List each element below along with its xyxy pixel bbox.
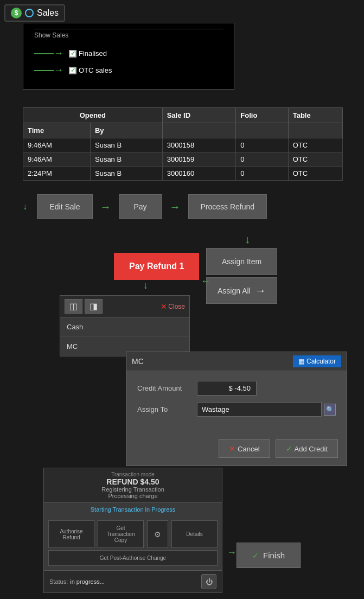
add-credit-label: Add Credit (295, 445, 328, 453)
transaction-in-progress: Starting Transaction in Progress (44, 503, 222, 516)
close-label: Close (168, 303, 185, 310)
cell-by: Susan B (90, 167, 162, 181)
assign-all-arrow-icon: → (255, 284, 266, 297)
status-area: Status: in progress... (49, 578, 105, 585)
close-x-icon: ✕ (161, 302, 167, 311)
col-time: Time (23, 123, 91, 138)
col-folio-sub (236, 123, 288, 138)
assign-to-payrefund-arrow: ← (201, 276, 210, 287)
cell-sale-id: 3000160 (162, 167, 236, 181)
sales-table-wrap: Opened Sale ID Folio Table Time By 9:46A… (23, 107, 343, 181)
workflow-connector-1: ↓ (23, 202, 29, 212)
transaction-status: Status: in progress... ⏻ (44, 570, 222, 592)
mc-dialog-header: MC ▦ Calculator (126, 352, 347, 371)
mc-dialog-title: MC (132, 357, 144, 366)
assign-item-button[interactable]: Assign Item (206, 248, 277, 275)
cancel-label: Cancel (238, 445, 259, 453)
finish-check-icon: ✓ (252, 551, 259, 560)
mc-body: Credit Amount Assign To 🔍 (126, 371, 347, 434)
col-folio: Folio (236, 108, 288, 123)
finalised-checkbox[interactable]: ✓ (69, 50, 76, 58)
finalised-checkbox-label[interactable]: ✓ Finalised (69, 49, 107, 58)
process-refund-button[interactable]: Process Refund (188, 194, 267, 219)
cell-table: OTC (288, 138, 342, 152)
cell-table: OTC (288, 167, 342, 181)
workflow-row: ↓ Edit Sale → Pay → Process Refund (23, 194, 267, 219)
cell-sale-id: 3000159 (162, 152, 236, 167)
gear-button[interactable]: ⚙ (147, 520, 168, 548)
cols-right-button[interactable]: ◨ (85, 299, 103, 314)
col-table-sub (288, 123, 342, 138)
close-payment-button[interactable]: ✕ Close (161, 302, 185, 311)
cash-option[interactable]: Cash (60, 317, 189, 337)
cancel-button[interactable]: ✕ Cancel (219, 439, 270, 458)
cell-time: 9:46AM (23, 138, 91, 152)
otc-checkbox[interactable]: ✓ (69, 67, 76, 74)
transaction-row2: Get Post-Authorise Change (44, 550, 222, 570)
status-value: in progress... (70, 578, 105, 585)
col-opened: Opened (23, 108, 163, 123)
transaction-buttons: Authorise Refund Get Transaction Copy ⚙ … (44, 516, 222, 550)
payment-panel: ◫ ◨ ✕ Close Cash MC (60, 295, 190, 356)
finish-label: Finish (263, 551, 285, 560)
edit-sale-button[interactable]: Edit Sale (37, 194, 92, 219)
assign-to-row: Assign To 🔍 (137, 402, 336, 417)
credit-amount-row: Credit Amount (137, 381, 336, 396)
assign-to-wrap: 🔍 (197, 402, 336, 417)
table-row[interactable]: 9:46AM Susan B 3000158 0 OTC (23, 138, 343, 152)
assign-all-button[interactable]: Assign All → (206, 277, 277, 304)
finalised-row: ——→ ✓ Finalised (34, 48, 223, 59)
otc-checkbox-label[interactable]: ✓ OTC sales (69, 66, 112, 74)
table-row[interactable]: 2:24PM Susan B 3000160 0 OTC (23, 167, 343, 181)
mc-footer: ✕ Cancel ✓ Add Credit (126, 434, 347, 466)
mc-dialog: MC ▦ Calculator Credit Amount Assign To … (126, 352, 347, 466)
transaction-mode-label: Transaction mode (47, 471, 219, 477)
assign-to-input[interactable] (197, 402, 322, 417)
cancel-x-icon: ✕ (229, 444, 235, 453)
clock-icon (25, 9, 34, 17)
assign-to-label: Assign To (137, 405, 191, 413)
col-sale-id: Sale ID (162, 108, 236, 123)
col-sale-id-sub (162, 123, 236, 138)
cell-by: Susan B (90, 152, 162, 167)
post-authorise-button[interactable]: Get Post-Authorise Change (48, 550, 218, 566)
otc-row: ——→ ✓ OTC sales (34, 65, 223, 76)
calc-icon: ▦ (298, 358, 304, 365)
cell-by: Susan B (90, 138, 162, 152)
credit-amount-input[interactable] (197, 381, 257, 396)
cell-table: OTC (288, 152, 342, 167)
cell-folio: 0 (236, 152, 288, 167)
cell-sale-id: 3000158 (162, 138, 236, 152)
cols-left-button[interactable]: ◫ (65, 299, 82, 314)
dollar-icon: $ (11, 8, 22, 18)
table-row[interactable]: 9:46AM Susan B 3000159 0 OTC (23, 152, 343, 167)
sales-tab[interactable]: $ Sales (4, 4, 65, 22)
addcredit-check-icon: ✓ (286, 444, 292, 453)
transaction-panel: Transaction mode REFUND $4.50 Registerin… (43, 468, 222, 593)
col-by: By (90, 123, 162, 138)
assign-search-icon[interactable]: 🔍 (324, 404, 336, 416)
cell-time: 2:24PM (23, 167, 91, 181)
pay-button[interactable]: Pay (119, 194, 162, 219)
calculator-button[interactable]: ▦ Calculator (293, 355, 341, 367)
finalised-arrow: ——→ (34, 48, 63, 59)
calc-label: Calculator (306, 358, 336, 365)
workflow-arrow-2: → (170, 201, 181, 213)
details-button[interactable]: Details (171, 520, 218, 548)
workflow-arrow-1: → (100, 201, 111, 213)
transaction-to-finish-arrow: → (227, 547, 237, 558)
finish-button[interactable]: ✓ Finish (237, 543, 301, 568)
power-button[interactable]: ⏻ (201, 574, 216, 589)
add-credit-button[interactable]: ✓ Add Credit (276, 439, 338, 458)
transaction-registering: Registering Transaction (47, 486, 219, 493)
transaction-header: Transaction mode REFUND $4.50 Registerin… (44, 468, 222, 503)
status-label: Status: (49, 578, 68, 585)
authorise-refund-button[interactable]: Authorise Refund (48, 520, 94, 548)
transaction-refund-title: REFUND $4.50 (47, 477, 219, 486)
transaction-processing: Processing charge (47, 493, 219, 499)
process-refund-down-arrow: ↓ (206, 233, 277, 246)
assign-area: ↓ Assign Item Assign All → (206, 233, 277, 304)
pay-refund-button[interactable]: Pay Refund 1 (114, 253, 199, 280)
get-transaction-copy-button[interactable]: Get Transaction Copy (98, 520, 144, 548)
cell-folio: 0 (236, 138, 288, 152)
